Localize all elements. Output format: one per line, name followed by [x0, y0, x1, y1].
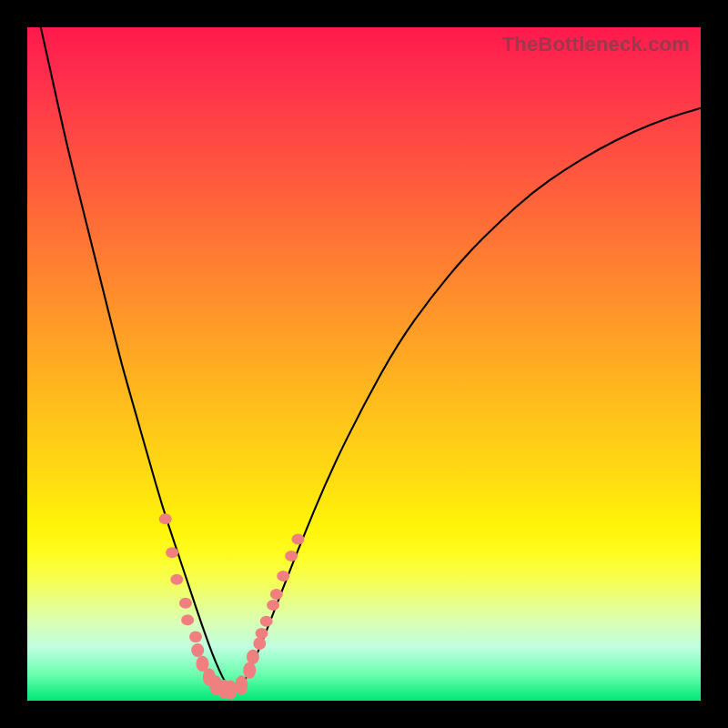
sample-dot	[189, 631, 202, 642]
sample-dot	[179, 598, 192, 609]
sample-dot	[260, 616, 273, 627]
sample-dot	[191, 643, 204, 657]
sample-dot	[270, 589, 283, 600]
sample-dots	[159, 513, 305, 700]
sample-dot	[267, 600, 279, 611]
sample-dot	[285, 551, 298, 561]
sample-dot	[224, 681, 237, 700]
chart-container: TheBottleneck.com	[0, 0, 728, 728]
sample-dot	[166, 547, 178, 558]
sample-dot	[291, 533, 304, 544]
sample-dot	[170, 574, 183, 585]
plot-area: TheBottleneck.com	[27, 27, 701, 701]
sample-dot	[247, 650, 259, 664]
sample-dot	[235, 675, 248, 694]
sample-dot	[159, 513, 172, 524]
chart-svg	[27, 27, 701, 701]
bottleneck-curve	[41, 27, 701, 689]
sample-dot	[277, 571, 289, 581]
sample-dot	[253, 637, 266, 650]
sample-dot	[243, 662, 256, 679]
sample-dot	[256, 628, 268, 639]
sample-dot	[181, 614, 194, 625]
